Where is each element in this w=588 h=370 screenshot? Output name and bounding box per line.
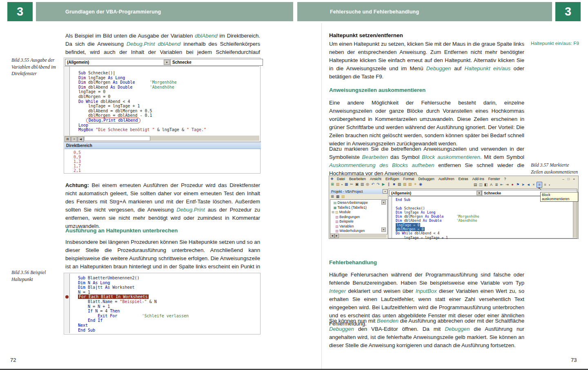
complete-word-icon[interactable]: A	[489, 182, 494, 187]
breakpoint-dot-icon[interactable]	[65, 295, 69, 299]
parameter-info-icon[interactable]: ◧	[483, 182, 488, 187]
project-tree-scrollbar[interactable]: ▴▾	[381, 200, 386, 232]
menu-hilfe[interactable]: ?	[502, 177, 508, 181]
text-segment: Häufige Fehlerursachen während der Progr…	[329, 272, 524, 286]
scroll-left-icon[interactable]: ◀	[78, 136, 84, 142]
menu-debuggen[interactable]: Debuggen	[416, 177, 436, 181]
save-icon[interactable]: ▦	[344, 182, 349, 187]
tree-item-wiederholungen[interactable]: Wiederholungen	[339, 229, 365, 233]
properties-window-icon[interactable]: ▤	[408, 182, 412, 187]
breakpoint-margin[interactable]	[65, 274, 70, 333]
tree-item-tabelle1[interactable]: Tabelle1 (Tabelle1)	[338, 205, 367, 210]
menu-ausfuehren[interactable]: Ausführen	[437, 177, 457, 181]
insert-userform-icon[interactable]: ▤	[335, 182, 340, 187]
breakpoint-margin[interactable]	[65, 67, 70, 136]
project-explorer-toolbar: ⊞▦▨	[330, 194, 386, 199]
project-horizontal-scrollbar[interactable]: ◀▶	[330, 234, 386, 238]
minimize-icon[interactable]: –	[561, 177, 566, 181]
undo-icon[interactable]: ↶	[370, 182, 375, 187]
text-segment: Dim	[78, 85, 86, 89]
dropdown-arrow-icon[interactable]: ▼	[164, 60, 170, 65]
view-code-icon[interactable]: ⊞	[330, 194, 335, 199]
code-line: ▤ DieseArbeitsmappe	[332, 201, 387, 205]
project-explorer-icon[interactable]: ▨	[402, 182, 407, 187]
restore-icon[interactable]: □	[566, 177, 571, 181]
break-icon[interactable]: ∥	[386, 182, 391, 187]
menu-bearbeiten[interactable]: Bearbeiten	[347, 177, 368, 181]
scroll-right-icon[interactable]: ▶	[334, 234, 339, 238]
dropdown-arrow-icon[interactable]: ▼	[477, 191, 482, 195]
help-icon[interactable]: ◉	[418, 182, 423, 187]
collapse-icon[interactable]: ⊟	[332, 210, 335, 214]
outdent-icon[interactable]: ⇤	[499, 182, 504, 187]
code-line: dblMorgen = 0	[396, 227, 479, 231]
code-line	[396, 202, 479, 206]
code-line: Dim dblMorgen As Double 'Morgenhöhe	[78, 80, 206, 85]
tree-item-beispiele[interactable]: Beispiele	[339, 219, 354, 223]
previous-bookmark-icon[interactable]: ◄	[526, 182, 531, 187]
menu-ansicht[interactable]: Ansicht	[368, 177, 383, 181]
list-constants-icon[interactable]: ≣	[494, 182, 499, 187]
code-line: If N = 4 Then	[78, 309, 189, 314]
paste-icon[interactable]: ▥	[360, 182, 365, 187]
tree-item-diese-arbeitsmappe[interactable]: DieseArbeitsmappe	[338, 201, 368, 205]
scroll-up-icon[interactable]: ▴	[381, 200, 386, 205]
design-mode-icon[interactable]: ▧	[397, 182, 402, 187]
menu-datei[interactable]: Datei	[335, 177, 347, 181]
menu-einfuegen[interactable]: Einfügen	[383, 177, 401, 181]
find-icon[interactable]: ◎	[365, 182, 370, 187]
reset-icon[interactable]: ■	[392, 182, 396, 187]
project-explorer-panel: Projekt - VBAProject × ⊞▦▨ ▤ DieseArbeit…	[330, 189, 386, 238]
procedure-view-icon[interactable]: ≡	[71, 136, 77, 142]
menu-extras[interactable]: Extras	[456, 177, 470, 181]
toggle-breakpoint-icon[interactable]: ●	[510, 182, 515, 187]
text-segment: Als Beispiel im Bild unten die Ausgabe d…	[65, 33, 195, 39]
clear-bookmarks-icon[interactable]: ×	[531, 182, 536, 187]
tree-item-bedingungen[interactable]: Bedingungen	[339, 215, 360, 219]
indent-icon[interactable]: ⇥	[505, 182, 510, 187]
object-browser-icon[interactable]: ✦	[413, 182, 418, 187]
redo-icon[interactable]: ↷	[376, 182, 381, 187]
procedure-dropdown[interactable]: Schnecke	[170, 59, 263, 66]
vertical-scrollbar[interactable]: ▲	[573, 196, 577, 238]
menu-add-ins[interactable]: Add-Ins	[470, 177, 486, 181]
quick-info-icon[interactable]: ◫	[478, 182, 483, 187]
view-object-icon[interactable]: ▦	[335, 194, 340, 199]
tree-item-module[interactable]: Module	[339, 210, 351, 214]
text-segment: Do While	[78, 99, 98, 104]
text-segment: Debug.Print	[176, 207, 205, 213]
excel-icon[interactable]: ⊞	[330, 182, 335, 187]
toolbar-options-icon[interactable]: ▾	[548, 183, 551, 188]
copy-icon[interactable]: ▣	[354, 182, 359, 187]
toggle-folders-icon[interactable]: ▨	[341, 194, 345, 199]
insert-dropdown-icon[interactable]: ▾	[341, 182, 343, 187]
scroll-left-icon[interactable]: ◀	[330, 234, 334, 238]
menu-fenster[interactable]: Fenster	[486, 177, 502, 181]
text-segment: dblMorgen	[86, 80, 113, 85]
text-segment: lngTage	[86, 76, 108, 80]
cut-icon[interactable]: ✂	[349, 182, 354, 187]
run-icon[interactable]: ▶	[381, 182, 386, 187]
split-window-icon[interactable]: ▤	[65, 136, 71, 142]
toggle-bookmark-icon[interactable]: ⚑	[515, 182, 520, 187]
tree-item-variablen[interactable]: Variablen	[339, 224, 354, 228]
code-area: Sub Schnecke()|Dim lngTage As LongDim db…	[65, 66, 259, 136]
horizontal-scrollbar[interactable]: ▤≡◀	[65, 136, 259, 141]
text-segment: As Double	[425, 214, 444, 218]
close-icon[interactable]: ×	[572, 177, 576, 181]
text-segment: 0,9	[74, 155, 81, 159]
object-dropdown[interactable]: (Allgemein) ▼	[65, 59, 172, 66]
scrollbar-track[interactable]	[84, 136, 150, 141]
menu-format[interactable]: Format	[401, 177, 416, 181]
text-segment: deklariert und weisen über	[346, 288, 416, 294]
next-bookmark-icon[interactable]: ➤	[521, 182, 526, 187]
text-segment: Exit For	[98, 314, 117, 318]
close-icon[interactable]: ×	[383, 189, 388, 194]
figure-3-56-screenshot: Sub BlaetterUmbenennen2()Dim N As LongDi…	[64, 273, 261, 334]
list-properties-icon[interactable]: ▤	[473, 182, 478, 187]
scroll-down-icon[interactable]: ▾	[381, 227, 386, 232]
text-segment: As Long	[93, 281, 110, 285]
uncomment-block-icon[interactable]: ≡	[543, 182, 548, 187]
breakpoint-margin[interactable]	[388, 196, 392, 238]
object-dropdown[interactable]: (Allgemein) ▼	[389, 190, 484, 196]
